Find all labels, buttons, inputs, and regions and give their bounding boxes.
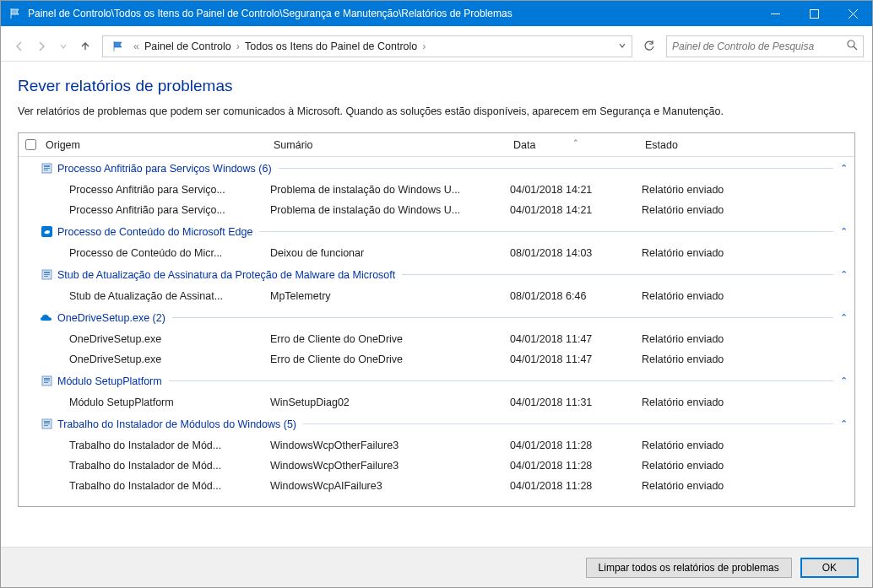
item-data: 04/01/2018 11:31 <box>510 396 642 408</box>
svg-rect-9 <box>44 170 48 170</box>
breadcrumb-item[interactable]: Todos os Itens do Painel de Controlo <box>245 40 417 52</box>
item-sumario: WindowsWcpOtherFailure3 <box>270 440 510 451</box>
item-estado: Relatório enviado <box>642 440 838 451</box>
svg-rect-16 <box>44 378 50 380</box>
group-header[interactable]: Processo de Conteúdo do Microsoft Edge⌃ <box>19 220 854 243</box>
svg-rect-13 <box>44 274 50 275</box>
select-all-checkbox[interactable] <box>25 139 36 150</box>
search-box[interactable] <box>666 35 864 57</box>
chevron-up-icon[interactable]: ⌃ <box>840 418 854 429</box>
list-item[interactable]: Trabalho do Instalador de Mód...WindowsW… <box>19 435 854 456</box>
refresh-button[interactable] <box>639 36 659 57</box>
svg-rect-22 <box>44 425 48 426</box>
item-sumario: Deixou de funcionar <box>270 247 510 259</box>
breadcrumb-dropdown-icon[interactable] <box>618 40 626 52</box>
ok-button[interactable]: OK <box>800 558 859 578</box>
breadcrumb-item[interactable]: Painel de Controlo <box>144 40 231 52</box>
list-item[interactable]: Processo de Conteúdo do Micr...Deixou de… <box>19 243 854 263</box>
item-origem: Trabalho do Instalador de Mód... <box>69 480 270 492</box>
item-estado: Relatório enviado <box>642 480 838 492</box>
item-data: 04/01/2018 14:21 <box>510 184 642 196</box>
group-header[interactable]: OneDriveSetup.exe (2)⌃ <box>19 306 854 329</box>
column-origem[interactable]: Origem <box>42 139 270 151</box>
group-icon <box>39 375 54 388</box>
list-item[interactable]: Trabalho do Instalador de Mód...WindowsW… <box>19 476 854 496</box>
item-estado: Relatório enviado <box>642 247 838 259</box>
group-title: Trabalho do Instalador de Módulos do Win… <box>57 418 296 430</box>
svg-line-5 <box>854 46 857 50</box>
list-item[interactable]: Módulo SetupPlatformWinSetupDiag0204/01/… <box>19 392 854 413</box>
svg-rect-8 <box>44 168 50 169</box>
item-sumario: Problema de instalação do Windows U... <box>270 184 510 196</box>
window-title: Painel de Controlo\Todos os Itens do Pai… <box>28 8 756 19</box>
svg-rect-21 <box>44 423 50 424</box>
list-item[interactable]: Stub de Atualização de Assinat...MpTelem… <box>19 286 854 306</box>
list-item[interactable]: Processo Anfitrião para Serviço...Proble… <box>19 200 854 220</box>
item-estado: Relatório enviado <box>642 333 838 345</box>
page-title: Rever relatórios de problemas <box>18 77 855 95</box>
column-data[interactable]: ⌃Data <box>510 139 642 151</box>
chevron-right-icon: › <box>422 40 426 52</box>
group-title: Processo Anfitrião para Serviços Windows… <box>57 163 272 175</box>
back-button[interactable] <box>9 36 30 57</box>
group-title: Stub de Atualização de Assinatura da Pro… <box>57 269 395 281</box>
toolbar: « Painel de Controlo › Todos os Itens do… <box>1 31 872 62</box>
item-origem: OneDriveSetup.exe <box>69 333 270 345</box>
item-origem: Processo de Conteúdo do Micr... <box>69 247 270 259</box>
column-estado[interactable]: Estado <box>642 139 838 151</box>
item-origem: Stub de Atualização de Assinat... <box>69 290 270 302</box>
svg-rect-18 <box>44 382 48 383</box>
clear-all-button[interactable]: Limpar todos os relatórios de problemas <box>586 558 792 578</box>
svg-rect-12 <box>44 272 50 273</box>
chevron-up-icon[interactable]: ⌃ <box>840 312 854 323</box>
group-line <box>303 423 833 424</box>
column-sumario[interactable]: Sumário <box>270 139 510 151</box>
item-estado: Relatório enviado <box>642 396 838 408</box>
svg-rect-17 <box>44 380 50 381</box>
group-icon <box>39 311 54 325</box>
group-header[interactable]: Stub de Atualização de Assinatura da Pro… <box>19 263 854 286</box>
group-header[interactable]: Processo Anfitrião para Serviços Windows… <box>19 157 854 180</box>
item-sumario: MpTelemetry <box>270 290 510 302</box>
sort-indicator-icon: ⌃ <box>572 138 579 147</box>
item-estado: Relatório enviado <box>642 204 838 216</box>
group-line <box>259 231 833 232</box>
recent-dropdown[interactable] <box>53 36 73 57</box>
svg-rect-20 <box>44 421 50 423</box>
list-item[interactable]: OneDriveSetup.exeErro de Cliente do OneD… <box>19 329 854 349</box>
minimize-button[interactable] <box>756 1 794 26</box>
control-panel-flag-icon <box>6 1 24 26</box>
search-input[interactable] <box>672 40 846 52</box>
forward-button[interactable] <box>31 36 52 57</box>
item-data: 04/01/2018 11:28 <box>510 460 642 472</box>
maximize-button[interactable] <box>794 1 833 26</box>
group-title: Processo de Conteúdo do Microsoft Edge <box>57 226 252 238</box>
footer: Limpar todos os relatórios de problemas … <box>1 547 872 587</box>
group-title: OneDriveSetup.exe (2) <box>57 312 165 324</box>
content: Rever relatórios de problemas Ver relató… <box>1 62 872 515</box>
flag-icon <box>108 36 128 57</box>
chevron-up-icon[interactable]: ⌃ <box>840 269 854 280</box>
item-data: 04/01/2018 11:28 <box>510 440 642 451</box>
item-origem: OneDriveSetup.exe <box>69 353 270 365</box>
list-item[interactable]: Processo Anfitrião para Serviço...Proble… <box>19 180 854 200</box>
list-item[interactable]: OneDriveSetup.exeErro de Cliente do OneD… <box>19 349 854 370</box>
item-origem: Trabalho do Instalador de Mód... <box>69 460 270 472</box>
chevron-up-icon[interactable]: ⌃ <box>840 375 854 386</box>
item-data: 04/01/2018 11:28 <box>510 480 642 492</box>
item-sumario: WindowsWcpOtherFailure3 <box>270 460 510 472</box>
group-title: Módulo SetupPlatform <box>57 375 162 387</box>
up-button[interactable] <box>75 36 95 57</box>
group-header[interactable]: Trabalho do Instalador de Módulos do Win… <box>19 413 854 435</box>
chevron-up-icon[interactable]: ⌃ <box>840 163 854 174</box>
item-sumario: Problema de instalação do Windows U... <box>270 204 510 216</box>
group-header[interactable]: Módulo SetupPlatform⌃ <box>19 370 854 392</box>
chevron-up-icon[interactable]: ⌃ <box>840 226 854 237</box>
close-button[interactable] <box>833 1 872 26</box>
list-item[interactable]: Trabalho do Instalador de Mód...WindowsW… <box>19 456 854 476</box>
item-sumario: WinSetupDiag02 <box>270 396 510 408</box>
svg-rect-1 <box>810 9 818 18</box>
search-icon[interactable] <box>846 39 858 54</box>
breadcrumb[interactable]: « Painel de Controlo › Todos os Itens do… <box>102 35 632 57</box>
titlebar: Painel de Controlo\Todos os Itens do Pai… <box>1 1 872 26</box>
